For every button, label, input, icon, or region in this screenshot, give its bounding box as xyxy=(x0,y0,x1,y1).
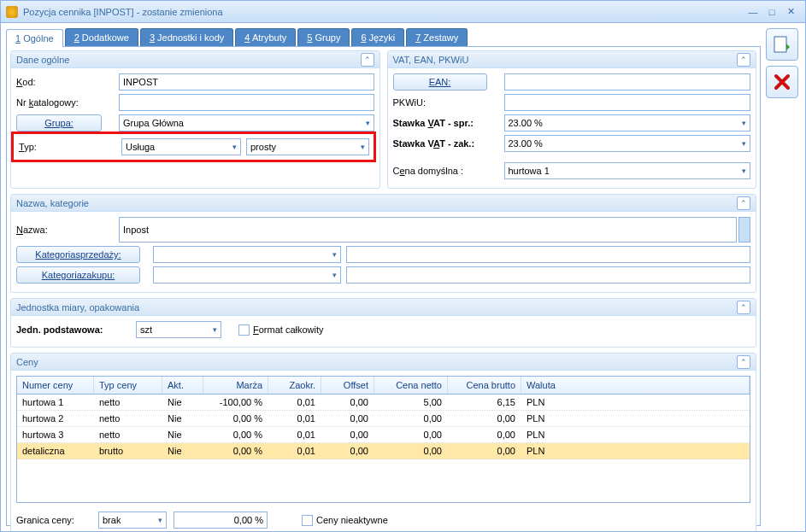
col-header[interactable]: Cena brutto xyxy=(448,377,521,394)
cell: Nie xyxy=(162,427,203,442)
typ-select-1[interactable]: Usługa xyxy=(121,138,241,155)
jedn-select[interactable]: szt xyxy=(136,321,221,338)
scroll-thumb[interactable] xyxy=(738,217,750,243)
cell: 0,00 xyxy=(321,443,374,459)
tab-0[interactable]: 1 Ogólne xyxy=(6,29,63,47)
prices-table: Numer cenyTyp cenyAkt.MarżaZaokr.OffsetC… xyxy=(16,376,750,503)
cell: netto xyxy=(94,411,162,426)
tab-2[interactable]: 3 Jednostki i kody xyxy=(140,28,233,46)
minimize-button[interactable]: — xyxy=(744,4,762,20)
cell: Nie xyxy=(162,411,203,426)
kod-input[interactable]: INPOST xyxy=(119,73,374,91)
col-header[interactable]: Offset xyxy=(321,377,374,394)
ean-button[interactable]: EAN: xyxy=(393,73,487,91)
table-row[interactable]: hurtowa 3nettoNie0,00 %0,010,000,000,00P… xyxy=(17,427,750,443)
cell: 0,01 xyxy=(268,427,321,442)
maximize-button[interactable]: □ xyxy=(762,4,781,20)
kat-sprz-text[interactable] xyxy=(346,246,750,263)
table-header: Numer cenyTyp cenyAkt.MarżaZaokr.OffsetC… xyxy=(17,377,750,395)
tab-page-ogolne: Dane ogólne⌃ Kod:INPOST Nr katalogowy: G… xyxy=(6,47,761,526)
table-row[interactable]: hurtowa 2nettoNie0,00 %0,010,000,000,00P… xyxy=(17,411,750,427)
jedn-label: Jedn. podstawowa: xyxy=(16,324,136,335)
kat-zak-select[interactable] xyxy=(153,266,341,284)
window-title: Pozycja cennika [INPOST] - zostanie zmie… xyxy=(23,7,744,17)
vat-zak-label: Stawka VAT - zak.: xyxy=(393,138,504,149)
collapse-icon[interactable]: ⌃ xyxy=(737,355,750,369)
granica-select[interactable]: brak xyxy=(98,512,167,529)
cena-def-select[interactable]: hurtowa 1 xyxy=(504,162,751,179)
table-row[interactable]: detalicznabruttoNie0,00 %0,010,000,000,0… xyxy=(17,443,750,459)
kat-zak-text[interactable] xyxy=(346,266,750,284)
kod-label: Kod: xyxy=(16,77,119,87)
grupa-button[interactable]: Grupa: xyxy=(16,114,102,132)
svg-rect-0 xyxy=(774,37,786,52)
typ-label: Typ: xyxy=(19,142,121,152)
cell: 0,00 xyxy=(321,427,374,442)
save-button[interactable] xyxy=(766,28,798,61)
cell: netto xyxy=(94,395,162,410)
cell: 0,00 xyxy=(374,443,448,459)
kat-sprz-button[interactable]: Kategoria sprzedaży: xyxy=(16,246,140,263)
cell: 5,00 xyxy=(374,395,448,410)
collapse-icon[interactable]: ⌃ xyxy=(737,53,750,67)
kat-zak-button[interactable]: Kategoria zakupu: xyxy=(16,266,140,284)
cell: hurtowa 3 xyxy=(17,427,94,442)
table-row[interactable]: hurtowa 1nettoNie-100,00 %0,010,005,006,… xyxy=(17,395,750,411)
cell: 0,00 xyxy=(448,443,521,459)
nieaktywne-label: Ceny nieaktywne xyxy=(316,515,388,525)
vat-spr-select[interactable]: 23.00 % xyxy=(504,114,751,132)
col-header[interactable]: Typ ceny xyxy=(94,377,162,394)
titlebar: Pozycja cennika [INPOST] - zostanie zmie… xyxy=(1,1,805,23)
vat-spr-label: Stawka VAT - spr.: xyxy=(393,118,504,128)
nrkat-input[interactable] xyxy=(119,94,374,111)
col-header[interactable]: Marża xyxy=(203,377,268,394)
tabstrip: 1 Ogólne2 Dodatkowe3 Jednostki i kody4 A… xyxy=(6,28,761,47)
col-header[interactable]: Cena netto xyxy=(374,377,448,394)
nieaktywne-checkbox[interactable] xyxy=(302,515,313,526)
cell: netto xyxy=(94,427,162,442)
tab-5[interactable]: 6 Języki xyxy=(351,28,404,46)
collapse-icon[interactable]: ⌃ xyxy=(737,196,750,210)
cell: 0,01 xyxy=(268,443,321,459)
granica-pct-input[interactable]: 0,00 % xyxy=(174,512,268,529)
cell: PLN xyxy=(521,443,750,459)
tab-6[interactable]: 7 Zestawy xyxy=(406,28,468,46)
kat-sprz-select[interactable] xyxy=(153,246,341,263)
typ-select-2[interactable]: prosty xyxy=(246,138,369,155)
close-button[interactable]: ✕ xyxy=(781,4,800,20)
ean-input[interactable] xyxy=(504,73,751,91)
pkwiu-label: PKWiU: xyxy=(393,97,504,108)
col-header[interactable]: Zaokr. xyxy=(268,377,321,394)
cell: detaliczna xyxy=(17,443,94,459)
table-body: hurtowa 1nettoNie-100,00 %0,010,005,006,… xyxy=(17,395,750,459)
tab-4[interactable]: 5 Grupy xyxy=(297,28,350,46)
cell: 0,00 % xyxy=(203,411,268,426)
granica-label: Granica ceny: xyxy=(16,515,98,525)
col-header[interactable]: Waluta xyxy=(521,377,750,394)
tab-1[interactable]: 2 Dodatkowe xyxy=(65,28,138,46)
cena-def-label: Cena domyślna : xyxy=(393,166,504,176)
panel-jednostka: Jednostka miary, opakowania⌃ Jedn. podst… xyxy=(10,298,756,348)
cell: PLN xyxy=(521,411,750,426)
cell: hurtowa 2 xyxy=(17,411,94,426)
vat-zak-select[interactable]: 23.00 % xyxy=(504,135,751,152)
app-icon xyxy=(6,6,18,18)
cell: Nie xyxy=(162,443,203,459)
collapse-icon[interactable]: ⌃ xyxy=(361,53,374,67)
cancel-button[interactable] xyxy=(766,66,798,98)
panel-vat: VAT, EAN, PKWiU⌃ EAN: PKWiU: Stawka VAT … xyxy=(387,50,757,189)
cell: 0,00 xyxy=(321,395,374,410)
format-checkbox[interactable] xyxy=(238,324,250,336)
col-header[interactable]: Numer ceny xyxy=(17,377,94,394)
collapse-icon[interactable]: ⌃ xyxy=(737,301,750,314)
cell: 0,00 % xyxy=(203,443,268,459)
cell: brutto xyxy=(94,443,162,459)
cell: 0,00 xyxy=(448,411,521,426)
grupa-select[interactable]: Grupa Główna xyxy=(119,114,374,132)
col-header[interactable]: Akt. xyxy=(162,377,203,394)
panel-title: Dane ogólne xyxy=(16,55,69,65)
nazwa-input[interactable]: Inpost xyxy=(119,217,737,243)
nazwa-label: Nazwa: xyxy=(16,225,119,235)
pkwiu-input[interactable] xyxy=(504,94,751,111)
tab-3[interactable]: 4 Atrybuty xyxy=(235,28,296,46)
